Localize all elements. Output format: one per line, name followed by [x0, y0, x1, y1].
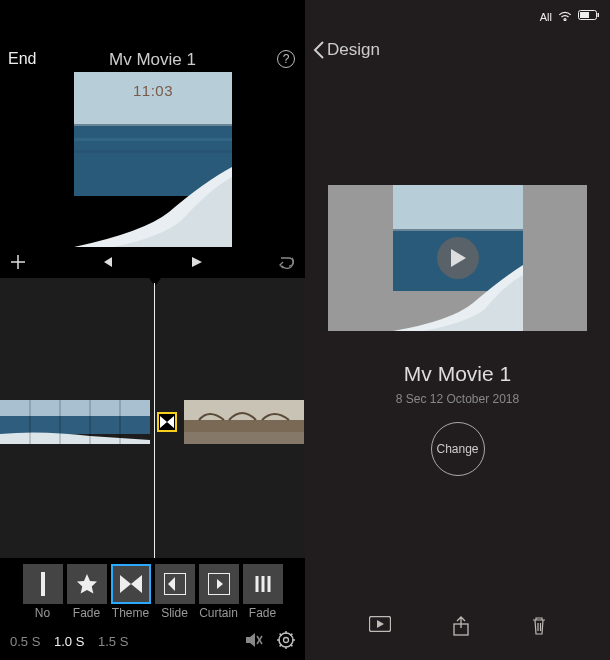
playhead[interactable]	[154, 283, 155, 558]
svg-rect-33	[580, 12, 589, 18]
timeline[interactable]	[0, 278, 305, 558]
play-overlay-button[interactable]	[437, 237, 479, 279]
status-bar: All	[540, 10, 600, 23]
svg-rect-34	[598, 13, 600, 17]
svg-rect-6	[0, 416, 150, 434]
duration-option[interactable]: 1.0 S	[54, 634, 84, 649]
svg-rect-36	[393, 229, 523, 231]
play-project-button[interactable]	[369, 616, 391, 640]
svg-rect-0	[74, 72, 232, 127]
project-actions	[305, 616, 610, 640]
editor-toolbar	[0, 250, 305, 278]
duration-options[interactable]: 0.5 S 1.0 S 1.5 S	[10, 634, 138, 649]
transition-marker[interactable]	[157, 412, 177, 432]
project-panel: All Design Mv Movie 1 8 Sec 12 October 2…	[305, 0, 610, 660]
project-preview[interactable]	[328, 185, 587, 331]
svg-rect-35	[393, 185, 523, 231]
undo-button[interactable]	[277, 255, 295, 273]
mute-button[interactable]	[245, 632, 263, 651]
wifi-icon	[558, 10, 572, 23]
prev-frame-button[interactable]	[100, 255, 114, 273]
svg-rect-14	[41, 572, 45, 596]
transition-label: No	[23, 606, 63, 620]
back-button[interactable]: Design	[313, 40, 380, 60]
project-title: Mv Movie 1	[305, 362, 610, 386]
change-button[interactable]: Change	[431, 422, 485, 476]
settings-button[interactable]	[277, 631, 295, 652]
play-button[interactable]	[189, 255, 203, 273]
transition-slide[interactable]	[155, 564, 195, 604]
transition-picker: No Fade Theme Slide Curtain Fade	[0, 558, 305, 622]
transition-labels: No Fade Theme Slide Curtain Fade	[4, 606, 301, 620]
done-button[interactable]: End	[8, 50, 36, 68]
svg-rect-1	[74, 124, 232, 126]
project-meta: 8 Sec 12 October 2018	[305, 392, 610, 406]
playhead-marker-icon	[149, 278, 161, 286]
transition-fade2[interactable]	[243, 564, 283, 604]
battery-icon	[578, 10, 600, 23]
play-icon	[449, 248, 467, 268]
svg-rect-4	[74, 150, 232, 153]
transition-none[interactable]	[23, 564, 63, 604]
transition-label: Curtain	[199, 606, 239, 620]
duration-option[interactable]: 1.5 S	[98, 634, 128, 649]
share-button[interactable]	[453, 616, 469, 640]
delete-button[interactable]	[531, 616, 547, 640]
video-preview[interactable]: 11:03	[74, 72, 232, 247]
transition-curtain[interactable]	[199, 564, 239, 604]
back-label: Design	[327, 40, 380, 60]
clip-2[interactable]	[184, 400, 304, 444]
clip-1[interactable]	[0, 400, 150, 444]
transition-label: Theme	[111, 606, 151, 620]
bottom-bar: 0.5 S 1.0 S 1.5 S	[0, 622, 305, 660]
chevron-left-icon	[313, 41, 325, 59]
svg-rect-5	[0, 400, 150, 416]
project-title-top: Mv Movie 1	[109, 50, 196, 70]
timecode-label: 11:03	[133, 82, 173, 99]
help-button[interactable]: ?	[277, 50, 295, 68]
svg-rect-13	[184, 432, 304, 444]
status-mode: All	[540, 11, 552, 23]
transition-fade[interactable]	[67, 564, 107, 604]
editor-panel: End Mv Movie 1 ? 11:03	[0, 0, 305, 660]
transition-theme[interactable]	[111, 564, 151, 604]
svg-rect-3	[74, 138, 232, 141]
transition-label: Fade	[67, 606, 107, 620]
transition-label: Fade	[243, 606, 283, 620]
add-media-button[interactable]	[10, 254, 26, 274]
duration-option[interactable]: 0.5 S	[10, 634, 40, 649]
svg-point-23	[284, 637, 289, 642]
transition-label: Slide	[155, 606, 195, 620]
preview-area: End Mv Movie 1 ? 11:03	[0, 0, 305, 250]
